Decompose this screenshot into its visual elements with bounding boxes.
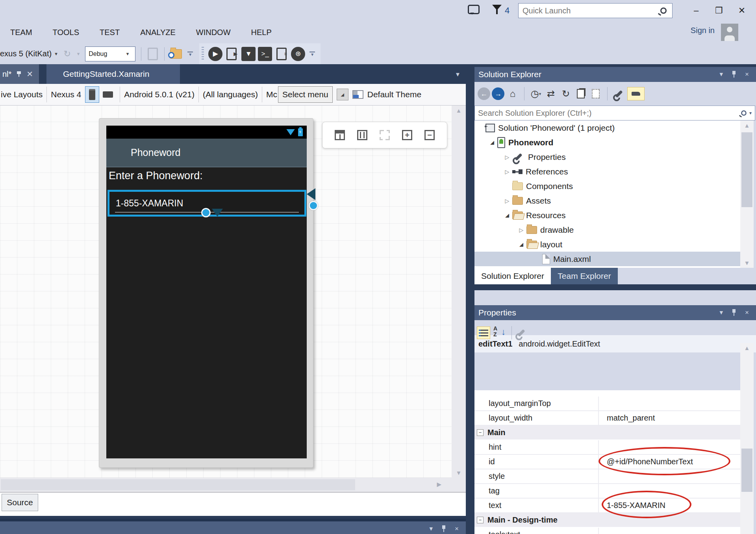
quick-launch[interactable] (518, 3, 673, 18)
menu-window[interactable]: WINDOW (186, 28, 241, 37)
collapse-group-icon[interactable]: − (477, 429, 484, 436)
tab-solution-explorer[interactable]: Solution Explorer (474, 268, 551, 284)
web-icon[interactable]: ⊛ (291, 47, 305, 61)
toolbar-overflow-icon[interactable] (309, 52, 315, 56)
solution-search-input[interactable] (475, 109, 741, 118)
tab-team-explorer[interactable]: Team Explorer (551, 268, 618, 284)
run-icon[interactable]: ▶ (208, 47, 222, 61)
property-value[interactable]: match_parent (599, 411, 740, 425)
tree-item-solution[interactable]: Solution 'Phoneword' (1 project) (474, 121, 740, 135)
menu-dropdown-button[interactable]: ◢ (337, 89, 348, 100)
toolbar-drag-handle[interactable] (202, 47, 204, 61)
resize-handle-circle[interactable] (201, 208, 211, 217)
menu-test[interactable]: TEST (89, 28, 130, 37)
phone-preview[interactable]: Phoneword Enter a Phoneword: 1-855-XAMAR… (99, 118, 313, 468)
device-run-icon[interactable]: ▶ (225, 47, 239, 61)
properties-scrollbar[interactable]: ▲ ▼ (740, 343, 754, 534)
tree-item-main-axml[interactable]: Main.axml (474, 252, 740, 266)
tree-item-assets[interactable]: ▷ Assets (474, 193, 740, 208)
scrollbar-thumb[interactable] (1, 479, 355, 490)
collapse-all-icon[interactable] (574, 87, 587, 100)
alternative-layouts-button[interactable]: ive Layouts (1, 90, 43, 99)
expander-collapsed-icon[interactable]: ▷ (502, 169, 512, 175)
maximize-button[interactable]: ❐ (710, 4, 728, 17)
tree-item-references[interactable]: ▷ References (474, 164, 740, 179)
expander-collapsed-icon[interactable]: ▷ (516, 227, 526, 233)
pending-changes-icon[interactable]: ◷▾ (529, 87, 543, 100)
categorized-view-button[interactable] (477, 326, 490, 339)
property-row[interactable]: tag (474, 484, 740, 499)
pin-icon[interactable] (16, 71, 22, 77)
find-in-files-icon[interactable] (169, 47, 183, 61)
close-button[interactable]: ✕ (733, 4, 750, 17)
device-dropdown[interactable]: Nexus 4 (51, 90, 81, 99)
tab-main-axml[interactable]: nl* ✕ (0, 64, 39, 84)
device-selector[interactable]: exus 5 (KitKat) (0, 49, 52, 58)
forward-icon[interactable]: → (492, 87, 504, 100)
tree-scrollbar[interactable]: ▲ ▼ (740, 121, 754, 268)
scroll-down-icon[interactable]: ▼ (456, 468, 462, 478)
portrait-button[interactable] (85, 86, 99, 103)
pin-icon[interactable] (732, 309, 736, 316)
close-icon[interactable] (455, 525, 459, 533)
property-row[interactable]: layout_width match_parent (474, 411, 740, 426)
tree-item-layout[interactable]: ◢ layout (474, 237, 740, 252)
preview-docs-icon[interactable] (589, 87, 602, 100)
solution-explorer-header[interactable]: Solution Explorer (474, 67, 756, 82)
account-avatar[interactable] (721, 24, 738, 41)
scroll-down-icon[interactable]: ▼ (744, 258, 750, 268)
menu-tools[interactable]: TOOLS (43, 28, 89, 37)
phone-screen[interactable]: Phoneword Enter a Phoneword: 1-855-XAMAR… (106, 126, 307, 458)
zoom-out-icon[interactable]: − (424, 130, 435, 140)
refresh-devices-icon[interactable]: ↻ (61, 47, 74, 61)
close-icon[interactable]: ✕ (26, 69, 33, 79)
resize-handle-circle[interactable] (309, 201, 318, 210)
select-menu-dropdown[interactable]: Select menu (278, 86, 333, 103)
console-icon[interactable]: >_ (258, 47, 272, 61)
android-install-icon[interactable]: ▼ (241, 47, 256, 61)
scrollbar-thumb[interactable] (741, 132, 752, 207)
close-icon[interactable] (745, 70, 749, 78)
solution-search[interactable]: ▾ (474, 106, 755, 121)
alphabetical-sort-button[interactable]: ↓ (493, 326, 506, 339)
scroll-up-icon[interactable]: ▲ (744, 121, 750, 130)
property-value[interactable] (599, 397, 740, 410)
expander-collapsed-icon[interactable]: ▷ (502, 198, 512, 204)
menu-team[interactable]: TEAM (0, 28, 43, 37)
expander-collapsed-icon[interactable]: ▷ (502, 154, 512, 160)
tab-list-dropdown-icon[interactable]: ▼ (455, 71, 461, 78)
language-dropdown[interactable]: (All languages) (203, 90, 258, 99)
tree-item-project[interactable]: ◢ Phoneword (474, 135, 740, 150)
properties-wrench-icon[interactable] (612, 87, 626, 100)
close-icon[interactable] (745, 309, 749, 317)
vertical-scrollbar[interactable]: ▲ ▼ (452, 106, 466, 478)
zoom-in-icon[interactable]: + (402, 130, 412, 140)
scroll-right-icon[interactable]: ▶ (437, 481, 441, 488)
tab-gettingstarted[interactable]: GettingStarted.Xamarin (46, 64, 180, 84)
pin-icon[interactable] (732, 71, 736, 78)
scroll-up-icon[interactable]: ▲ (456, 106, 462, 115)
scrollbar-thumb[interactable] (741, 449, 752, 492)
theme-dropdown[interactable]: Default Theme (367, 90, 421, 99)
device-log-icon[interactable]: ≡ (274, 47, 289, 61)
expander-expanded-icon[interactable]: ◢ (516, 241, 526, 247)
menu-help[interactable]: HELP (241, 28, 282, 37)
landscape-button[interactable] (101, 86, 115, 103)
tree-item-drawable[interactable]: ▷ drawable (474, 222, 740, 237)
sign-in-link[interactable]: Sign in (691, 26, 715, 35)
configuration-combobox[interactable]: Debug ▾ (85, 46, 135, 61)
scroll-up-icon[interactable]: ▲ (744, 343, 750, 353)
tree-item-resources[interactable]: ◢ Resources (474, 208, 740, 222)
property-group-header[interactable]: − Main (474, 426, 740, 440)
pin-icon[interactable] (441, 525, 446, 532)
minimize-button[interactable]: – (687, 4, 705, 17)
resize-handle-down-icon[interactable] (212, 209, 223, 217)
expander-expanded-icon[interactable]: ◢ (502, 212, 512, 218)
property-row[interactable]: layout_marginTop (474, 397, 740, 411)
fit-to-screen-icon[interactable] (380, 130, 390, 140)
horizontal-scrollbar[interactable]: ▶ (0, 478, 452, 492)
property-group-header[interactable]: − Main - Design-time (474, 513, 740, 528)
notifications-icon[interactable] (492, 5, 502, 10)
property-row[interactable]: tools:text (474, 528, 740, 534)
tree-item-properties[interactable]: ▷ Properties (474, 150, 740, 164)
